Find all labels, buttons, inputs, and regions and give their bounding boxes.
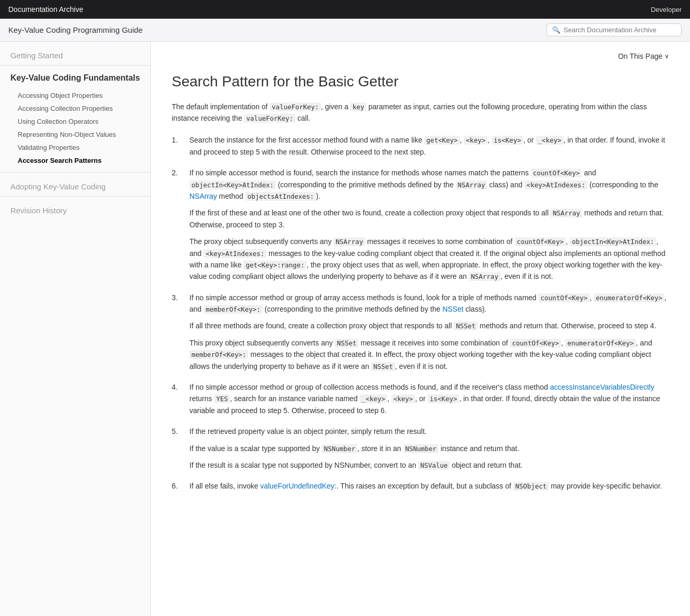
sidebar-item-accessing-collection[interactable]: Accessing Collection Properties (10, 102, 140, 115)
list-item: If no simple accessor method or group of… (172, 292, 669, 372)
code-memberof: memberOf<Key>: (203, 305, 262, 314)
code-yes: YES (214, 394, 230, 403)
code-nsarray: NSArray (456, 181, 488, 189)
code-valueforkey: valueForKey: (270, 102, 321, 111)
sidebar-item-accessing-object[interactable]: Accessing Object Properties (10, 89, 140, 102)
code-valueforkey2: valueForKey: (244, 114, 295, 123)
on-this-page-button[interactable]: On This Page ∨ (618, 52, 669, 60)
topbar-title: Documentation Archive (8, 5, 83, 14)
list-item-text: If the retrieved property value is an ob… (189, 426, 669, 437)
sidebar-revision: Revision History (0, 197, 150, 220)
code-key3: <key> (391, 394, 415, 403)
sidebar-item-validating[interactable]: Validating Properties (10, 141, 140, 154)
on-this-page-label: On This Page (618, 52, 662, 60)
topbar: Documentation Archive Developer (0, 0, 690, 19)
page-title: Key-Value Coding Programming Guide (8, 25, 143, 34)
link-nsarray[interactable]: NSArray (189, 192, 217, 200)
code-nsset: NSSet (454, 322, 478, 330)
code-objectin: objectIn<Key>AtIndex: (189, 181, 276, 189)
search-box[interactable]: 🔍 (546, 23, 682, 36)
sidebar: Getting Started Key-Value Coding Fundame… (0, 42, 151, 616)
chevron-down-icon: ∨ (665, 53, 669, 60)
code-nsarray3: NSArray (334, 237, 365, 246)
link-nsset[interactable]: NSSet (442, 305, 463, 313)
code-nsobject: NSObject (513, 482, 548, 491)
code-objectsatindexes: objectsAtIndexes: (245, 192, 316, 201)
list-item: If the retrieved property value is an ob… (172, 426, 669, 471)
code-iskey: is<Key> (492, 136, 523, 145)
list-item-text: If no simple accessor method or group of… (189, 381, 669, 416)
link-accessinstancevars[interactable]: accessInstanceVariablesDirectly (550, 383, 655, 391)
code-nsnumber: NSNumber (322, 444, 357, 453)
list-item-content: If no simple accessor method is found, s… (189, 167, 669, 283)
code-keyatindexes: <key>AtIndexes: (525, 181, 587, 189)
code-underkey2: _<key> (360, 394, 387, 403)
on-this-page-bar: On This Page ∨ (172, 52, 669, 65)
sidebar-getting-started: Getting Started (0, 42, 150, 65)
list-item-text: If all else fails, invoke valueForUndefi… (189, 480, 669, 492)
search-icon: 🔍 (552, 26, 560, 34)
list-item-text: If no simple accessor method is found, s… (189, 167, 669, 202)
sidebar-item-using-operators[interactable]: Using Collection Operators (10, 115, 140, 128)
list-item-text: If the value is a scalar type supported … (189, 443, 669, 454)
code-memberof2: memberOf<Key>: (189, 350, 248, 359)
sidebar-item-representing[interactable]: Representing Non-Object Values (10, 128, 140, 141)
list-item-text: Search the instance for the first access… (189, 134, 669, 158)
list-item: If all else fails, invoke valueForUndefi… (172, 480, 669, 492)
sidebar-item-accessor[interactable]: Accessor Search Patterns (10, 154, 140, 167)
code-countofkey: countOf<Key> (531, 169, 582, 177)
code-key2: <key> (464, 136, 488, 145)
content-area: On This Page ∨ Search Pattern for the Ba… (151, 42, 690, 616)
list-item-content: If the retrieved property value is an ob… (189, 426, 669, 471)
code-iskey2: is<Key> (428, 394, 459, 403)
list-item-content: If no simple accessor method or group of… (189, 381, 669, 416)
search-input[interactable] (564, 26, 676, 34)
code-nsarray2: NSArray (551, 209, 582, 217)
code-nsarray4: NSArray (469, 272, 501, 281)
link-valueforundefinedkey[interactable]: valueForUndefinedKey: (260, 482, 336, 490)
code-getrange: get<Key>:range: (244, 261, 306, 270)
article-title: Search Pattern for the Basic Getter (172, 73, 669, 91)
list-item-text: This proxy object subsequently converts … (189, 337, 669, 372)
code-countof3: countOf<Key> (510, 339, 561, 348)
code-countof2: countOf<Key> (515, 237, 566, 246)
list-item-content: Search the instance for the first access… (189, 134, 669, 158)
subbar: Key-Value Coding Programming Guide 🔍 (0, 19, 690, 42)
sidebar-kvc-group: Key-Value Coding Fundamentals Accessing … (0, 66, 150, 172)
list-item-text: If all three methods are found, create a… (189, 320, 669, 331)
article-intro: The default implementation of valueForKe… (172, 101, 669, 124)
sidebar-kvc-title: Key-Value Coding Fundamentals (10, 73, 140, 84)
code-keyatidx2: <key>AtIndexes: (203, 249, 266, 258)
list-item-content: If no simple accessor method or group of… (189, 292, 669, 372)
list-item-content: If all else fails, invoke valueForUndefi… (189, 480, 669, 492)
code-enumof: enumeratorOf<Key> (594, 293, 665, 302)
sidebar-adopting: Adopting Key-Value Coding (0, 173, 150, 196)
code-nsset3: NSSet (371, 362, 395, 371)
list-item-text: The proxy object subsequently converts a… (189, 236, 669, 283)
list-item: If no simple accessor method is found, s… (172, 167, 669, 283)
code-nsvalue: NSValue (418, 461, 450, 470)
code-key: key (350, 102, 366, 111)
code-nsset2: NSSet (335, 339, 359, 348)
code-underkey: _<key> (536, 136, 564, 145)
code-countofkey3: countOf<Key> (539, 293, 590, 302)
list-item: If no simple accessor method or group of… (172, 381, 669, 416)
code-nsnumber2: NSNumber (403, 444, 439, 453)
article-list: Search the instance for the first access… (172, 134, 669, 492)
list-item-text: If the result is a scalar type not suppo… (189, 459, 669, 471)
list-item: Search the instance for the first access… (172, 134, 669, 158)
developer-label: Developer (651, 6, 682, 14)
code-enumof2: enumeratorOf<Key> (565, 339, 636, 348)
code-getkey: get<Key> (424, 136, 459, 145)
code-objectin2: objectIn<Key>AtIndex: (570, 237, 656, 246)
list-item-text: If the first of these and at least one o… (189, 207, 669, 230)
list-item-text: If no simple accessor method or group of… (189, 292, 669, 315)
topbar-right: Developer (648, 6, 682, 14)
main-layout: Getting Started Key-Value Coding Fundame… (0, 42, 690, 616)
